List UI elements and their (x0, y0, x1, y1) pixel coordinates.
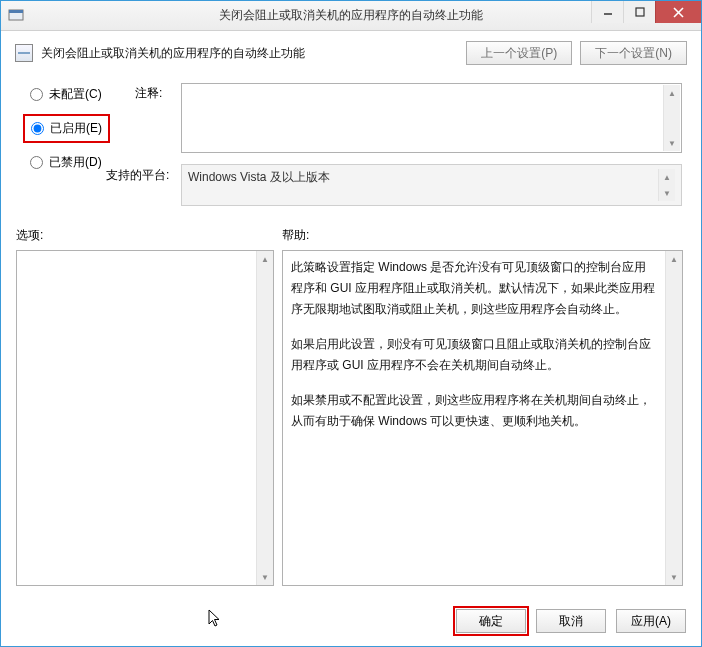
previous-setting-button[interactable]: 上一个设置(P) (466, 41, 572, 65)
scroll-up-icon[interactable]: ▲ (666, 251, 682, 267)
platform-scrollbar: ▲ ▼ (658, 169, 675, 201)
radio-not-configured[interactable]: 未配置(C) (26, 84, 107, 105)
ok-button[interactable]: 确定 (456, 609, 526, 633)
scroll-up-icon[interactable]: ▲ (664, 85, 680, 101)
help-panel: 此策略设置指定 Windows 是否允许没有可见顶级窗口的控制台应用程序和 GU… (282, 250, 683, 586)
comment-textarea[interactable]: ▲ ▼ (181, 83, 682, 153)
title-bar: 关闭会阻止或取消关机的应用程序的自动终止功能 (1, 1, 701, 31)
radio-disabled-input[interactable] (30, 156, 43, 169)
maximize-button[interactable] (623, 1, 655, 23)
comment-scrollbar[interactable]: ▲ ▼ (663, 85, 680, 151)
radio-not-configured-label: 未配置(C) (49, 86, 102, 103)
system-icon (8, 8, 24, 24)
scroll-down-icon[interactable]: ▼ (664, 135, 680, 151)
help-paragraph-1: 此策略设置指定 Windows 是否允许没有可见顶级窗口的控制台应用程序和 GU… (291, 257, 657, 320)
radio-disabled-label: 已禁用(D) (49, 154, 102, 171)
supported-on-label: 支持的平台: (106, 167, 169, 184)
options-scrollbar[interactable]: ▲ ▼ (256, 251, 273, 585)
state-radio-group: 未配置(C) 已启用(E) 已禁用(D) (26, 84, 107, 173)
scroll-down-icon[interactable]: ▼ (666, 569, 682, 585)
scroll-up-icon[interactable]: ▲ (257, 251, 273, 267)
scroll-up-icon: ▲ (659, 169, 675, 185)
comment-label: 注释: (135, 85, 162, 102)
dialog-footer: 确定 取消 应用(A) (456, 609, 686, 633)
cursor-icon (208, 609, 224, 629)
window-buttons (591, 1, 701, 23)
next-setting-button[interactable]: 下一个设置(N) (580, 41, 687, 65)
radio-not-configured-input[interactable] (30, 88, 43, 101)
help-label: 帮助: (282, 227, 309, 244)
supported-on-box: Windows Vista 及以上版本 ▲ ▼ (181, 164, 682, 206)
apply-button[interactable]: 应用(A) (616, 609, 686, 633)
policy-icon (15, 44, 33, 62)
svg-rect-3 (636, 8, 644, 16)
radio-disabled[interactable]: 已禁用(D) (26, 152, 107, 173)
help-paragraph-2: 如果启用此设置，则没有可见顶级窗口且阻止或取消关机的控制台应用程序或 GUI 应… (291, 334, 657, 376)
close-button[interactable] (655, 1, 701, 23)
options-panel: ▲ ▼ (16, 250, 274, 586)
options-label: 选项: (16, 227, 43, 244)
supported-on-text: Windows Vista 及以上版本 (188, 169, 658, 201)
help-scrollbar[interactable]: ▲ ▼ (665, 251, 682, 585)
policy-title: 关闭会阻止或取消关机的应用程序的自动终止功能 (41, 45, 305, 62)
help-paragraph-3: 如果禁用或不配置此设置，则这些应用程序将在关机期间自动终止，从而有助于确保 Wi… (291, 390, 657, 432)
minimize-button[interactable] (591, 1, 623, 23)
scroll-down-icon[interactable]: ▼ (257, 569, 273, 585)
radio-enabled-label: 已启用(E) (50, 120, 102, 137)
radio-enabled[interactable]: 已启用(E) (26, 117, 107, 140)
cancel-button[interactable]: 取消 (536, 609, 606, 633)
scroll-down-icon: ▼ (659, 185, 675, 201)
svg-rect-1 (9, 10, 23, 13)
radio-enabled-input[interactable] (31, 122, 44, 135)
